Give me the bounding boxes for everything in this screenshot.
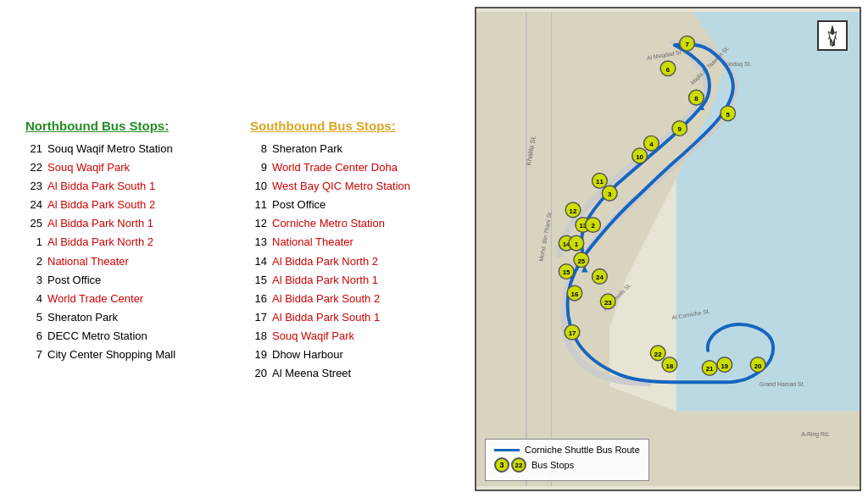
stop-number: 6 xyxy=(25,327,42,346)
legend-route-line xyxy=(494,449,520,451)
left-panel: Northbound Bus Stops: 21Souq Waqif Metro… xyxy=(0,0,475,498)
stop-name: National Theater xyxy=(47,252,129,271)
legend-route-label: Corniche Shuttle Bus Route xyxy=(525,445,640,455)
legend-route-item: Corniche Shuttle Bus Route xyxy=(494,445,640,455)
stop-number: 10 xyxy=(250,177,267,196)
stop-number: 4 xyxy=(25,290,42,308)
stop-name: Post Office xyxy=(272,196,326,214)
list-item: 24Al Bidda Park South 2 xyxy=(25,196,233,214)
list-item: 17Al Bidda Park South 1 xyxy=(250,308,458,327)
list-item: 1Al Bidda Park North 2 xyxy=(25,233,233,252)
legend-stop-icon-22: 22 xyxy=(511,457,526,473)
stop-name: Dhow Harbour xyxy=(272,346,343,364)
stop-number: 2 xyxy=(25,252,42,271)
svg-text:10: 10 xyxy=(636,153,643,161)
stop-number: 8 xyxy=(250,140,267,158)
list-item: 11Post Office xyxy=(250,196,458,214)
stop-number: 21 xyxy=(25,140,42,158)
svg-text:3: 3 xyxy=(608,191,612,198)
stop-number: 9 xyxy=(250,158,267,177)
list-item: 3Post Office xyxy=(25,271,233,290)
list-item: 22Souq Waqif Park xyxy=(25,158,233,177)
stop-name: Sheraton Park xyxy=(47,308,118,327)
svg-text:2: 2 xyxy=(591,222,595,230)
svg-text:21: 21 xyxy=(706,365,714,373)
list-item: 25Al Bidda Park North 1 xyxy=(25,214,233,233)
stop-name: World Trade Center xyxy=(47,290,143,308)
southbound-column: Southbound Bus Stops: 8Sheraton Park9Wor… xyxy=(250,119,458,383)
svg-text:18: 18 xyxy=(666,362,674,370)
list-item: 2National Theater xyxy=(25,252,233,271)
svg-text:1: 1 xyxy=(575,241,579,248)
svg-text:17: 17 xyxy=(569,329,576,337)
svg-text:12: 12 xyxy=(570,208,577,215)
stop-number: 14 xyxy=(250,252,267,271)
stop-name: Post Office xyxy=(47,271,101,290)
list-item: 12Corniche Metro Station xyxy=(250,214,458,233)
stop-name: Al Bidda Park North 2 xyxy=(272,252,378,271)
list-item: 18Souq Waqif Park xyxy=(250,327,458,346)
stop-number: 11 xyxy=(250,196,267,214)
northbound-list: 21Souq Waqif Metro Station22Souq Waqif P… xyxy=(25,140,233,364)
stop-name: Al Bidda Park South 1 xyxy=(47,177,155,196)
stop-number: 13 xyxy=(250,233,267,252)
stop-name: Souq Waqif Park xyxy=(47,158,130,177)
list-item: 7City Center Shopping Mall xyxy=(25,346,233,364)
southbound-list: 8Sheraton Park9World Trade Center Doha10… xyxy=(250,140,458,383)
stop-name: West Bay QIC Metro Station xyxy=(272,177,410,196)
stop-number: 3 xyxy=(25,271,42,290)
stop-number: 18 xyxy=(250,327,267,346)
stop-name: DECC Metro Station xyxy=(47,327,147,346)
svg-text:7: 7 xyxy=(685,41,689,48)
list-item: 15Al Bidda Park North 1 xyxy=(250,271,458,290)
list-item: 14Al Bidda Park North 2 xyxy=(250,252,458,271)
list-item: 6DECC Metro Station xyxy=(25,327,233,346)
stop-number: 7 xyxy=(25,346,42,364)
legend-stop-item: 3 22 Bus Stops xyxy=(494,457,640,473)
stops-columns: Northbound Bus Stops: 21Souq Waqif Metro… xyxy=(25,119,458,383)
stop-number: 17 xyxy=(250,308,267,327)
stop-number: 12 xyxy=(250,214,267,233)
svg-text:9: 9 xyxy=(678,125,682,133)
map-svg: Khalifa St. Mohd. Bin Thani St. Al Rumai… xyxy=(476,8,860,490)
stop-name: City Center Shopping Mall xyxy=(47,346,175,364)
svg-text:4: 4 xyxy=(649,141,654,148)
map-panel: Khalifa St. Mohd. Bin Thani St. Al Rumai… xyxy=(475,7,861,491)
stop-number: 16 xyxy=(250,290,267,308)
stop-number: 25 xyxy=(25,214,42,233)
legend-stop-icon-3: 3 xyxy=(494,457,509,473)
stop-name: Souq Waqif Metro Station xyxy=(47,140,173,158)
svg-text:5: 5 xyxy=(726,111,731,119)
list-item: 10West Bay QIC Metro Station xyxy=(250,177,458,196)
list-item: 21Souq Waqif Metro Station xyxy=(25,140,233,158)
svg-text:15: 15 xyxy=(563,268,570,276)
stop-number: 24 xyxy=(25,196,42,214)
list-item: 16Al Bidda Park South 2 xyxy=(250,290,458,308)
svg-text:25: 25 xyxy=(577,257,585,265)
list-item: 5Sheraton Park xyxy=(25,308,233,327)
list-item: 13National Theater xyxy=(250,233,458,252)
stop-name: Corniche Metro Station xyxy=(272,214,385,233)
list-item: 20Al Meena Street xyxy=(250,364,458,383)
list-item: 4World Trade Center xyxy=(25,290,233,308)
stop-name: National Theater xyxy=(272,233,353,252)
svg-text:8: 8 xyxy=(694,95,698,102)
north-arrow: N xyxy=(817,20,848,51)
stop-name: Souq Waqif Park xyxy=(272,327,354,346)
list-item: 8Sheraton Park xyxy=(250,140,458,158)
stop-number: 23 xyxy=(25,177,42,196)
svg-text:6: 6 xyxy=(666,66,670,74)
stop-name: Al Bidda Park South 2 xyxy=(47,196,155,214)
stop-number: 5 xyxy=(25,308,42,327)
svg-text:Grand Hamad St.: Grand Hamad St. xyxy=(760,381,804,387)
stop-name: World Trade Center Doha xyxy=(272,158,398,177)
list-item: 19Dhow Harbour xyxy=(250,346,458,364)
stop-number: 22 xyxy=(25,158,42,177)
svg-text:16: 16 xyxy=(571,290,579,298)
stop-name: Al Bidda Park North 2 xyxy=(47,233,153,252)
northbound-column: Northbound Bus Stops: 21Souq Waqif Metro… xyxy=(25,119,233,383)
stop-name: Al Meena Street xyxy=(272,364,351,383)
southbound-header: Southbound Bus Stops: xyxy=(250,119,458,133)
stop-name: Sheraton Park xyxy=(272,140,342,158)
stop-name: Al Bidda Park South 2 xyxy=(272,290,380,308)
